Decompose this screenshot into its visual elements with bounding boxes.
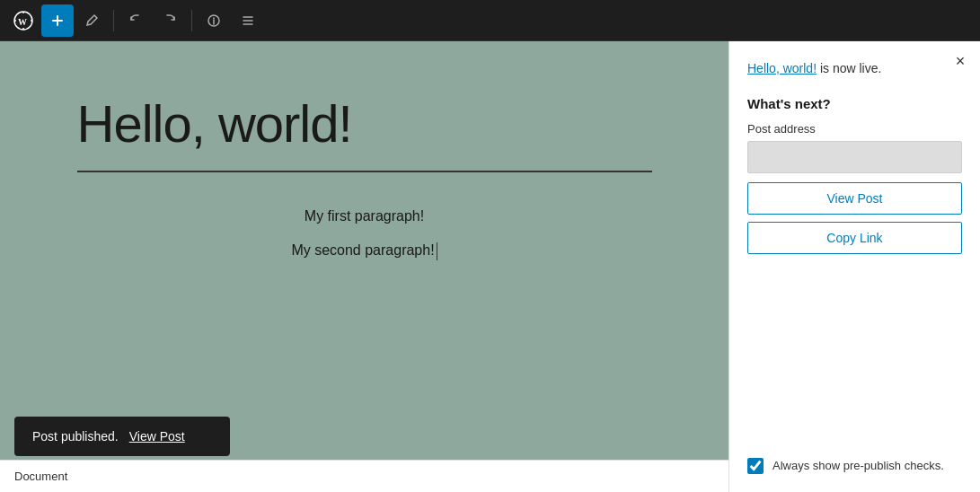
wp-logo-button[interactable]: W: [7, 4, 40, 37]
sidebar-close-button[interactable]: ×: [948, 48, 973, 74]
published-suffix: is now live.: [817, 61, 881, 75]
sidebar-panel: × Hello, world! is now live. What's next…: [728, 41, 980, 492]
list-view-button[interactable]: [232, 4, 264, 37]
main-layout: Hello, world! My first paragraph! My sec…: [0, 41, 980, 492]
toolbar: W: [0, 0, 980, 41]
brush-button[interactable]: [75, 4, 108, 37]
view-post-button[interactable]: View Post: [747, 182, 962, 215]
pre-publish-checkbox[interactable]: [747, 458, 764, 474]
paragraph-2[interactable]: My second paragraph!: [77, 242, 652, 260]
add-block-button[interactable]: [41, 4, 74, 37]
toolbar-divider-1: [113, 10, 114, 31]
pre-publish-label[interactable]: Always show pre-publish checks.: [773, 459, 944, 474]
post-published-toast: Post published. View Post: [14, 417, 230, 456]
separator-line: [77, 171, 652, 172]
details-button[interactable]: [198, 4, 230, 37]
paragraph-1[interactable]: My first paragraph!: [77, 208, 652, 224]
published-notice: Hello, world! is now live.: [747, 59, 962, 78]
pre-publish-checks-row: Always show pre-publish checks.: [747, 458, 962, 474]
copy-link-button[interactable]: Copy Link: [747, 222, 962, 254]
editor-area[interactable]: Hello, world! My first paragraph! My sec…: [0, 41, 728, 492]
svg-text:W: W: [18, 16, 27, 26]
post-address-input[interactable]: [747, 141, 962, 173]
toast-view-post-link[interactable]: View Post: [129, 429, 185, 444]
toolbar-divider-2: [191, 10, 192, 31]
toast-message: Post published.: [32, 429, 119, 444]
whats-next-heading: What's next?: [747, 96, 962, 111]
editor-content: Hello, world! My first paragraph! My sec…: [5, 41, 724, 314]
status-bar: Document: [0, 460, 728, 492]
redo-button[interactable]: [154, 4, 186, 37]
undo-button[interactable]: [119, 4, 152, 37]
published-post-link[interactable]: Hello, world!: [747, 61, 817, 75]
text-cursor: [437, 242, 437, 260]
status-bar-label: Document: [14, 470, 67, 483]
post-address-label: Post address: [747, 122, 962, 136]
post-title[interactable]: Hello, world!: [77, 95, 652, 153]
sidebar-content: Hello, world! is now live. What's next? …: [729, 41, 980, 492]
